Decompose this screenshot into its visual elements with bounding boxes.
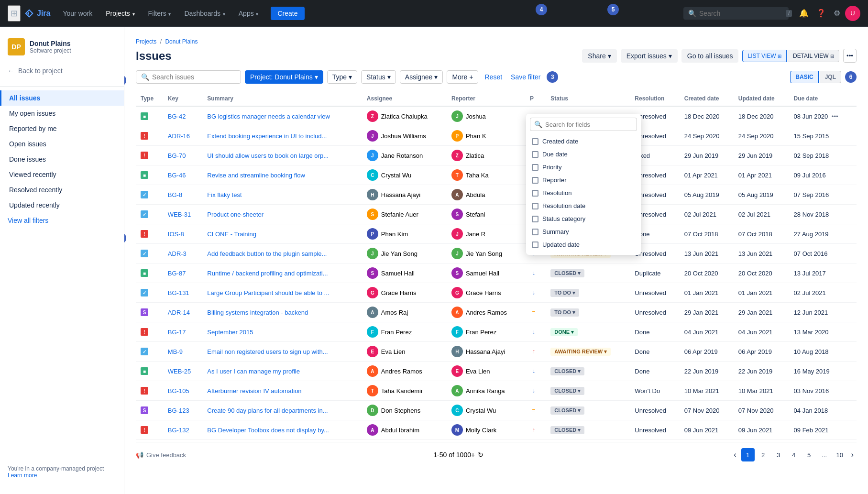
checkbox-reporter[interactable] bbox=[532, 177, 538, 184]
export-issues-button[interactable]: Export issues ▾ bbox=[621, 49, 678, 63]
issue-key-link[interactable]: BG-123 bbox=[168, 407, 189, 414]
issue-key-link[interactable]: WEB-25 bbox=[168, 368, 191, 375]
issue-key-link[interactable]: BG-17 bbox=[168, 329, 186, 336]
search-bar[interactable]: 🔍 / bbox=[683, 7, 789, 20]
row-more-button[interactable]: ••• bbox=[830, 112, 840, 121]
issue-key-link[interactable]: BG-46 bbox=[168, 172, 186, 179]
issue-key-link[interactable]: ADR-14 bbox=[168, 309, 190, 316]
checkbox-due-date[interactable] bbox=[532, 151, 538, 158]
settings-button[interactable]: ⚙ bbox=[831, 6, 843, 21]
issue-key-link[interactable]: BG-8 bbox=[168, 191, 182, 198]
issue-summary-link[interactable]: CLONE - Training bbox=[207, 231, 256, 238]
dropdown-item-status-category[interactable]: Status category bbox=[526, 212, 641, 225]
issue-key-link[interactable]: BG-105 bbox=[168, 387, 189, 395]
issue-summary-link[interactable]: As I user I can manage my profile bbox=[207, 368, 300, 375]
nav-apps[interactable]: Apps ▾ bbox=[234, 7, 264, 20]
status-badge[interactable]: CLOSED ▾ bbox=[550, 367, 584, 375]
dropdown-item-summary[interactable]: Summary bbox=[526, 225, 641, 238]
view-all-filters[interactable]: View all filters bbox=[0, 213, 124, 228]
issue-key-link[interactable]: ADR-3 bbox=[168, 250, 187, 257]
status-badge[interactable]: DONE ▾ bbox=[550, 328, 578, 336]
dropdown-item-updated-date[interactable]: Updated date bbox=[526, 238, 641, 251]
reset-filter-button[interactable]: Reset bbox=[482, 71, 505, 83]
status-filter-button[interactable]: Status ▾ bbox=[361, 70, 396, 84]
issue-key-link[interactable]: BG-87 bbox=[168, 270, 186, 277]
project-filter-button[interactable]: Project: Donut Plains ▾ bbox=[245, 70, 323, 84]
nav-your-work[interactable]: Your work bbox=[58, 7, 97, 20]
breadcrumb-projects[interactable]: Projects bbox=[136, 38, 156, 45]
issue-key-link[interactable]: BG-70 bbox=[168, 152, 186, 159]
dropdown-item-created-date[interactable]: Created date bbox=[526, 135, 641, 148]
status-badge[interactable]: TO DO ▾ bbox=[550, 289, 579, 297]
basic-toggle-button[interactable]: BASIC bbox=[790, 71, 818, 83]
sidebar-item-viewed-recently[interactable]: Viewed recently bbox=[0, 167, 124, 182]
sidebar-item-reported-by-me[interactable]: Reported by me bbox=[0, 121, 124, 136]
nav-dashboards[interactable]: Dashboards ▾ bbox=[179, 7, 230, 20]
status-badge[interactable]: TO DO ▾ bbox=[550, 308, 579, 317]
dropdown-item-priority[interactable]: Priority bbox=[526, 161, 641, 174]
issue-summary-link[interactable]: BG logistics manager needs a calendar vi… bbox=[207, 113, 330, 120]
issue-key-link[interactable]: BG-42 bbox=[168, 113, 186, 120]
dropdown-search[interactable]: 🔍 bbox=[530, 118, 637, 131]
status-badge[interactable]: CLOSED ▾ bbox=[550, 387, 584, 395]
assignee-filter-button[interactable]: Assignee ▾ bbox=[400, 70, 443, 84]
nav-filters[interactable]: Filters ▾ bbox=[143, 7, 176, 20]
issue-summary-link[interactable]: Revise and streamline booking flow bbox=[207, 172, 305, 179]
sidebar-item-open-issues[interactable]: Open issues bbox=[0, 136, 124, 152]
dropdown-item-resolution-date[interactable]: Resolution date bbox=[526, 199, 641, 212]
issue-key-link[interactable]: WEB-31 bbox=[168, 211, 191, 218]
breadcrumb-project-name[interactable]: Donut Plains bbox=[165, 38, 198, 45]
dropdown-search-input[interactable] bbox=[545, 121, 633, 128]
status-badge[interactable]: CLOSED ▾ bbox=[550, 426, 584, 434]
nav-projects[interactable]: Projects ▾ bbox=[101, 7, 139, 20]
issue-summary-link[interactable]: September 2015 bbox=[207, 329, 253, 336]
sidebar-item-resolved-recently[interactable]: Resolved recently bbox=[0, 182, 124, 198]
help-button[interactable]: ❓ bbox=[813, 6, 829, 21]
page-5-button[interactable]: 5 bbox=[802, 448, 816, 461]
jira-logo[interactable]: Jira bbox=[24, 9, 50, 18]
share-button[interactable]: Share ▾ bbox=[582, 49, 616, 63]
issue-summary-link[interactable]: Product one-sheeter bbox=[207, 211, 264, 218]
grid-icon[interactable]: ⊞ bbox=[8, 5, 21, 22]
list-view-button[interactable]: LIST VIEW ⊞ bbox=[742, 50, 786, 62]
search-issues-field[interactable]: 🔍 bbox=[136, 70, 241, 84]
dropdown-item-reporter[interactable]: Reporter bbox=[526, 174, 641, 187]
go-to-all-issues-button[interactable]: Go to all issues bbox=[681, 49, 739, 63]
back-to-project[interactable]: ← Back to project bbox=[0, 63, 124, 78]
page-1-button[interactable]: 1 bbox=[741, 448, 755, 461]
status-badge[interactable]: CLOSED ▾ bbox=[550, 406, 584, 415]
issue-summary-link[interactable]: Large Group Participant should be able t… bbox=[207, 289, 329, 296]
issue-summary-link[interactable]: Email non registered users to sign up wi… bbox=[207, 348, 328, 355]
issue-key-link[interactable]: ADR-16 bbox=[168, 132, 190, 140]
issue-summary-link[interactable]: UI should allow users to book on large o… bbox=[207, 152, 329, 159]
issue-summary-link[interactable]: Runtime / backend profiling and optimiza… bbox=[207, 270, 328, 277]
page-10-button[interactable]: 10 bbox=[833, 448, 846, 461]
sidebar-item-my-open-issues[interactable]: My open issues bbox=[0, 106, 124, 121]
issue-summary-link[interactable]: Create 90 day plans for all departments … bbox=[207, 407, 328, 414]
status-badge[interactable]: CLOSED ▾ bbox=[550, 269, 584, 277]
dropdown-item-due-date[interactable]: Due date bbox=[526, 148, 641, 161]
prev-page-button[interactable]: ‹ bbox=[731, 449, 739, 461]
issue-summary-link[interactable]: BG Developer Toolbox does not display by… bbox=[207, 427, 329, 434]
checkbox-updated-date[interactable] bbox=[532, 242, 538, 248]
sidebar-item-all-issues[interactable]: All issues bbox=[0, 90, 124, 106]
issue-summary-link[interactable]: Add feedback button to the plugin sample… bbox=[207, 250, 327, 257]
page-3-button[interactable]: 3 bbox=[772, 448, 785, 461]
checkbox-status-category[interactable] bbox=[532, 216, 538, 222]
checkbox-resolution-date[interactable] bbox=[532, 203, 538, 209]
more-options-button[interactable]: ••• bbox=[843, 49, 857, 63]
issue-summary-link[interactable]: Billing systems integration - backend bbox=[207, 309, 308, 316]
status-badge[interactable]: AWAITING REVIEW ▾ bbox=[550, 348, 611, 356]
sidebar-item-done-issues[interactable]: Done issues bbox=[0, 152, 124, 167]
page-2-button[interactable]: 2 bbox=[757, 448, 770, 461]
search-input[interactable] bbox=[699, 10, 783, 17]
issue-summary-link[interactable]: Extend booking experience in UI to inclu… bbox=[207, 132, 327, 140]
dropdown-item-resolution[interactable]: Resolution bbox=[526, 187, 641, 199]
user-avatar[interactable]: U bbox=[845, 6, 860, 21]
learn-more-link[interactable]: Learn more bbox=[8, 472, 37, 479]
feedback-button[interactable]: 📢 Give feedback bbox=[136, 451, 186, 459]
next-page-button[interactable]: › bbox=[848, 449, 857, 461]
issue-key-link[interactable]: MB-9 bbox=[168, 348, 183, 355]
type-filter-button[interactable]: Type ▾ bbox=[327, 70, 357, 84]
checkbox-resolution[interactable] bbox=[532, 190, 538, 197]
